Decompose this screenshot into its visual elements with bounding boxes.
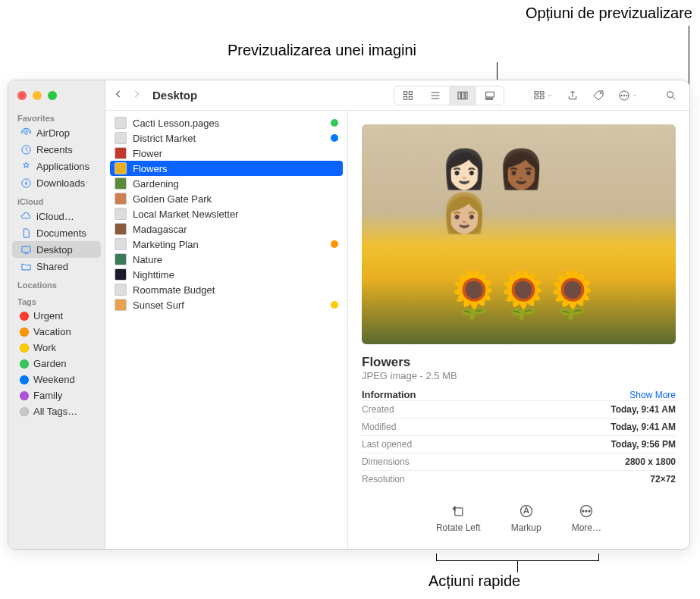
svg-rect-8: [458, 92, 460, 99]
callout-line: [517, 561, 518, 572]
tag-dot-icon: [20, 391, 29, 400]
file-item-selected[interactable]: Flowers: [110, 161, 343, 176]
tag-dot-icon: [20, 407, 29, 416]
preview-subtitle: JPEG image - 2.5 MB: [362, 370, 676, 381]
sidebar-item-applications[interactable]: Applications: [12, 158, 101, 174]
fullscreen-button[interactable]: [48, 91, 57, 100]
view-icon-button[interactable]: [394, 86, 422, 105]
sidebar-item-downloads[interactable]: Downloads: [12, 174, 101, 191]
file-item[interactable]: Gardening: [105, 176, 347, 191]
file-item[interactable]: District Market: [105, 130, 347, 146]
info-value: 2800 x 1800: [625, 456, 676, 467]
svg-point-22: [623, 95, 624, 96]
callout-image-preview: Previzualizarea unei imagini: [228, 42, 416, 59]
markup-button[interactable]: Markup: [511, 503, 541, 533]
file-thumb-icon: [115, 284, 127, 296]
file-item[interactable]: Sunset Surf: [105, 297, 347, 312]
svg-rect-17: [535, 96, 538, 98]
file-item[interactable]: Marketing Plan: [105, 237, 347, 252]
svg-rect-11: [486, 92, 494, 97]
sidebar-tag-work[interactable]: Work: [12, 340, 101, 356]
file-name: District Market: [133, 133, 196, 144]
info-row: Resolution72×72: [362, 470, 676, 488]
file-item[interactable]: Roommate Budget: [105, 282, 347, 297]
view-column-button[interactable]: [449, 86, 476, 105]
window-controls: [8, 83, 105, 108]
group-by-button[interactable]: [529, 86, 557, 105]
sidebar-tag-vacation[interactable]: Vacation: [12, 324, 101, 340]
sidebar-tag-all[interactable]: All Tags…: [12, 403, 101, 419]
sidebar-item-recents[interactable]: Recents: [12, 141, 101, 158]
rotate-icon: [450, 503, 466, 519]
tag-dot-icon: [20, 343, 29, 353]
file-name: Nature: [133, 254, 162, 265]
airdrop-icon: [20, 127, 32, 139]
action-button[interactable]: [614, 86, 642, 105]
file-tag-icon: [331, 301, 338, 309]
file-thumb-icon: [115, 117, 127, 129]
sidebar-item-desktop[interactable]: Desktop: [12, 241, 101, 258]
finder-window: Favorites AirDrop Recents Applications D…: [8, 80, 690, 550]
sidebar-item-label: Urgent: [33, 310, 63, 321]
file-item[interactable]: Local Market Newsletter: [105, 206, 347, 221]
doc-icon: [20, 227, 32, 239]
svg-rect-13: [488, 98, 490, 99]
window-title: Desktop: [152, 89, 197, 102]
file-item[interactable]: Flower: [105, 146, 347, 161]
file-item[interactable]: Cacti Lesson.pages: [105, 115, 347, 130]
file-tag-icon: [331, 134, 338, 142]
file-item[interactable]: Madagascar: [105, 221, 347, 237]
back-button[interactable]: [113, 89, 124, 102]
more-button[interactable]: More…: [572, 503, 601, 533]
sidebar-item-label: Recents: [36, 144, 73, 155]
tag-dot-icon: [20, 375, 29, 384]
preview-image[interactable]: [362, 124, 676, 344]
sidebar-group-favorites: Favorites: [8, 108, 105, 124]
file-thumb-icon: [115, 299, 127, 311]
action-label: More…: [572, 522, 601, 533]
file-list-column: Cacti Lesson.pages District Market Flowe…: [105, 111, 348, 549]
sidebar-item-airdrop[interactable]: AirDrop: [12, 124, 101, 141]
file-item[interactable]: Nature: [105, 252, 347, 267]
show-more-button[interactable]: Show More: [629, 390, 676, 400]
file-name: Golden Gate Park: [133, 193, 212, 205]
info-heading: Information: [362, 389, 416, 400]
sidebar-tag-urgent[interactable]: Urgent: [12, 308, 101, 324]
file-thumb-icon: [115, 223, 127, 235]
file-name: Cacti Lesson.pages: [133, 118, 219, 129]
sidebar-item-label: Garden: [33, 358, 66, 369]
sidebar-tag-family[interactable]: Family: [12, 387, 101, 403]
sidebar-group-tags: Tags: [8, 291, 105, 308]
svg-rect-16: [540, 91, 544, 93]
file-thumb-icon: [115, 268, 127, 281]
svg-rect-4: [404, 91, 407, 94]
file-item[interactable]: Nighttime: [105, 267, 347, 282]
svg-rect-14: [491, 98, 492, 99]
minimize-button[interactable]: [33, 91, 42, 100]
svg-point-29: [585, 510, 587, 512]
sidebar-item-documents[interactable]: Documents: [12, 224, 101, 241]
sidebar-tag-garden[interactable]: Garden: [12, 356, 101, 372]
forward-button[interactable]: [131, 89, 142, 102]
toolbar: Desktop: [105, 80, 689, 111]
view-list-button[interactable]: [422, 86, 449, 105]
svg-rect-15: [535, 91, 538, 93]
rotate-left-button[interactable]: Rotate Left: [436, 503, 481, 533]
sidebar-tag-weekend[interactable]: Weekend: [12, 372, 101, 387]
share-button[interactable]: [562, 86, 583, 105]
tags-button[interactable]: [588, 86, 609, 105]
info-label: Resolution: [362, 474, 405, 485]
close-button[interactable]: [17, 91, 27, 100]
info-value: Today, 9:56 PM: [611, 439, 676, 450]
file-name: Nighttime: [133, 269, 174, 281]
svg-point-24: [667, 91, 673, 97]
file-item[interactable]: Golden Gate Park: [105, 191, 347, 206]
view-gallery-button[interactable]: [476, 86, 504, 105]
search-button[interactable]: [661, 86, 682, 105]
sidebar-item-shared[interactable]: Shared: [12, 258, 101, 274]
file-thumb-icon: [115, 147, 127, 159]
sidebar-item-icloud[interactable]: iCloud…: [12, 208, 101, 224]
file-thumb-icon: [115, 253, 127, 265]
callout-quick-actions: Acțiuni rapide: [428, 572, 520, 590]
sidebar-item-label: Applications: [36, 161, 89, 172]
